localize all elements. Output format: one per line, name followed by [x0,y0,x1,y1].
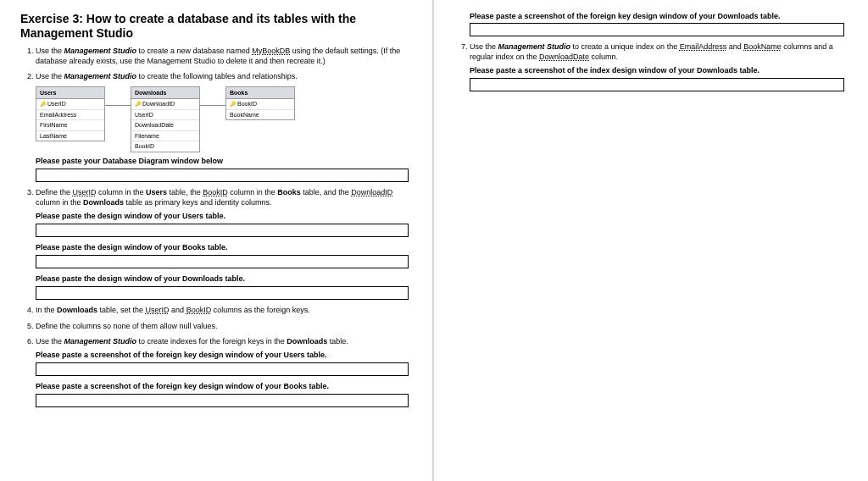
text: to create a unique index on the [570,42,680,51]
step-3: Define the UserID column in the Users ta… [36,187,409,301]
table-name: Users [146,188,167,196]
column-name: BookName [743,42,782,51]
column: LastName [36,131,104,141]
table-name: Books [277,188,301,196]
step-5: Define the columns so none of them allow… [36,321,409,331]
paste-box-fk-users[interactable] [36,362,409,376]
paste-prompt: Please paste a screenshot of the foreign… [36,350,409,360]
text: column in the [228,188,278,196]
steps-list-left: Use the Management Studio to create a ne… [20,46,409,408]
paste-box-diagram[interactable] [36,169,409,182]
page-right: Please paste a screenshot of the foreign… [434,0,868,481]
column: BookName [226,110,294,119]
text: and [170,306,186,314]
text: table, and the [301,188,352,196]
paste-box-users-design[interactable] [36,224,409,237]
step-6: Use the Management Studio to create inde… [36,336,409,407]
paste-box-books-design[interactable] [36,255,409,268]
table-users: Users UserID EmailAddress FirstName Last… [36,86,105,141]
paste-prompt: Please paste a screenshot of the foreign… [470,12,844,20]
paste-prompt: Please paste a screenshot of the foreign… [36,381,409,391]
column: Filename [131,131,199,141]
tool-name: Management Studio [498,42,571,51]
step-1: Use the Management Studio to create a ne… [36,46,409,66]
column-name: UserID [146,306,170,314]
table-downloads: Downloads DownloadID UserID DownloadDate… [131,86,200,152]
text: table as primary keys and identity colum… [124,198,272,207]
column: UserID [131,110,199,120]
db-name: MyBookDB [252,47,290,55]
paste-box-fk-books[interactable] [36,394,409,407]
text: table, set the [97,306,146,314]
tool-name: Management Studio [64,72,137,80]
column: EmailAddress [36,110,104,120]
page-left: Exercise 3: How to create a database and… [0,0,434,481]
text: column. [589,53,618,61]
text: column in the [36,198,83,207]
text: columns as the foreign keys. [211,306,310,314]
paste-prompt: Please paste the design window of your D… [36,274,409,284]
text: to create indexes for the foreign keys i… [136,337,287,346]
text: table, the [167,188,203,196]
text: table. [327,337,348,346]
paste-box-downloads-design[interactable] [36,286,409,300]
column-name: DownloadID [351,188,392,196]
text: to create a new database named [136,47,252,55]
column: FirstName [36,120,104,130]
table-name: Downloads [57,306,97,314]
column: DownloadDate [131,120,199,130]
text: Use the [36,72,64,80]
paste-box-index-downloads[interactable] [470,78,844,91]
text: In the [36,306,57,314]
paste-prompt: Please paste the design window of your U… [36,211,409,221]
connector-line [105,105,131,106]
text: Use the [36,337,64,346]
table-header: Books [226,87,294,99]
text: Use the [36,47,64,55]
step-2: Use the Management Studio to create the … [36,71,409,182]
step-4: In the Downloads table, set the UserID a… [36,305,409,315]
table-header: Users [36,87,104,99]
column-name: DownloadDate [539,53,589,61]
paste-prompt: Please paste the design window of your B… [36,242,409,252]
column: DownloadID [131,99,199,109]
table-name: Downloads [83,198,124,207]
step-7: Use the Management Studio to create a un… [470,41,844,91]
text: and [726,42,743,51]
column: UserID [36,99,104,109]
paste-prompt: Please paste your Database Diagram windo… [36,156,409,166]
table-header: Downloads [131,87,199,99]
column: BookID [131,141,199,151]
text: Define the [36,188,73,196]
column: BookID [226,99,294,109]
tool-name: Management Studio [64,337,137,346]
connector-line [200,105,225,106]
column-name: UserID [73,188,97,196]
database-diagram: Users UserID EmailAddress FirstName Last… [36,86,409,152]
steps-list-right: Use the Management Studio to create a un… [454,41,844,91]
text: column in the [97,188,147,196]
tool-name: Management Studio [64,47,137,55]
table-books: Books BookID BookName [225,86,295,120]
column-name: BookID [186,306,212,314]
text: to create the following tables and relat… [136,72,298,80]
exercise-title: Exercise 3: How to create a database and… [20,12,409,41]
paste-prompt: Please paste a screenshot of the index d… [470,65,844,75]
text: Use the [470,42,498,51]
table-name: Downloads [287,337,327,346]
column-name: BookID [203,188,228,196]
column-name: EmailAddress [680,42,727,51]
paste-box-fk-downloads[interactable] [470,23,844,36]
